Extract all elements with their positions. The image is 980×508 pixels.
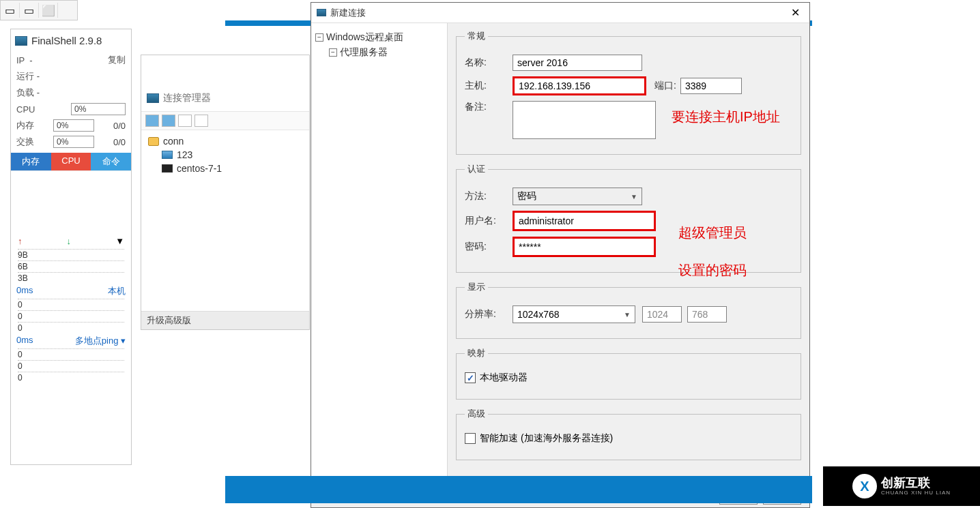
val: 0 — [18, 299, 124, 310]
res-select[interactable]: 1024x768 ▼ — [513, 305, 635, 323]
res-value: 1024x768 — [517, 309, 560, 320]
tree-node-proxy[interactable]: − 代理服务器 — [315, 45, 443, 60]
tab-cpu[interactable]: CPU — [51, 153, 91, 170]
local-drive-checkbox[interactable]: ✓ — [465, 372, 476, 383]
accel-checkbox[interactable] — [465, 433, 476, 444]
method-select[interactable]: 密码 ▼ — [513, 188, 642, 205]
connection-toolbar — [141, 111, 309, 130]
host-label: 主机: — [465, 80, 513, 92]
port-input[interactable] — [680, 78, 742, 94]
folder-icon — [148, 137, 159, 146]
connection-manager-title: 连接管理器 — [163, 92, 211, 104]
new-connection-dialog: 新建连接 ✕ − Windows远程桌面 − 代理服务器 常规 名称: 主 — [311, 2, 810, 508]
ping-multi-ms: 0ms — [16, 335, 33, 347]
host-input[interactable] — [515, 78, 644, 93]
user-label: 用户名: — [465, 215, 513, 227]
collapse-icon[interactable] — [178, 115, 192, 127]
chevron-down-icon: ▼ — [624, 311, 631, 318]
ping-multi-label[interactable]: 多地点ping ▾ — [75, 335, 126, 347]
terminal-icon — [162, 164, 173, 173]
name-input[interactable] — [513, 55, 642, 71]
window-icon-2[interactable]: ▭ — [20, 3, 39, 18]
swap-label: 交换 — [16, 136, 34, 148]
arrow-up-icon: ↑ — [18, 236, 23, 246]
fieldset-advanced: 高级 智能加速 (加速海外服务器连接) — [456, 408, 801, 460]
folder-label: conn — [163, 136, 184, 147]
node-label: Windows远程桌面 — [326, 31, 403, 44]
collapse-icon[interactable]: − — [315, 33, 323, 42]
monitor-icon — [15, 36, 27, 46]
val: 0 — [18, 322, 124, 333]
window-icon[interactable]: ▭ — [1, 3, 20, 18]
new-connection-icon[interactable] — [162, 115, 175, 127]
close-icon[interactable]: ✕ — [787, 6, 804, 19]
width-input — [642, 306, 682, 323]
decorative-footer — [225, 476, 812, 503]
tree-node-rdp[interactable]: − Windows远程桌面 — [315, 30, 443, 45]
brand-logo: X 创新互联 CHUANG XIN HU LIAN — [823, 466, 980, 506]
tab-memory[interactable]: 内存 — [11, 153, 51, 170]
user-input[interactable] — [515, 213, 654, 229]
upgrade-button[interactable]: 升级高级版 — [141, 311, 309, 329]
host-highlight — [513, 76, 646, 95]
legend-auth: 认证 — [465, 163, 488, 175]
ping-local-label[interactable]: 本机 — [108, 285, 126, 297]
tree-item-123[interactable]: 123 — [145, 148, 305, 162]
legend-mapping: 映射 — [465, 347, 488, 359]
val: 0 — [18, 372, 124, 383]
dialog-form: 常规 名称: 主机: 端口: 备注: — [448, 23, 809, 483]
cpu-value: 0% — [71, 103, 126, 115]
note-label: 备注: — [465, 101, 513, 113]
note-input[interactable] — [513, 101, 656, 139]
val: 0 — [18, 348, 124, 360]
expand-icon[interactable] — [194, 115, 208, 127]
legend-general: 常规 — [465, 30, 488, 42]
user-highlight — [513, 211, 656, 231]
val: 0 — [18, 310, 124, 322]
dialog-title: 新建连接 — [330, 7, 366, 19]
pass-highlight — [513, 237, 656, 257]
swap-value: 0% — [53, 136, 94, 148]
node-label: 代理服务器 — [340, 46, 388, 59]
val: 0 — [18, 360, 124, 372]
name-label: 名称: — [465, 57, 513, 69]
system-monitor-panel: FinalShell 2.9.8 IP - 复制 运行 - 负载 - CPU0%… — [10, 29, 132, 465]
fieldset-display: 显示 分辨率: 1024x768 ▼ — [456, 281, 801, 339]
tree-folder-conn[interactable]: conn — [145, 134, 305, 148]
height-input — [687, 306, 727, 323]
chevron-down-icon: ▼ — [631, 193, 637, 200]
new-folder-icon[interactable] — [145, 115, 159, 127]
mem-label: 内存 — [16, 119, 34, 132]
app-title: FinalShell 2.9.8 — [31, 35, 102, 46]
ping-local-vals: 0 0 0 — [11, 299, 131, 333]
window-controls-toolbar: ▭ ▭ ⬜ — [0, 0, 78, 20]
ip-value: - — [29, 55, 32, 65]
local-drive-label: 本地驱动器 — [480, 372, 528, 384]
port-label: 端口: — [654, 80, 676, 92]
connection-manager-panel: 连接管理器 conn 123 centos-7-1 升级高级版 — [141, 55, 310, 330]
ip-label: IP — [16, 55, 25, 65]
ping-multi-vals: 0 0 0 — [11, 348, 131, 383]
tab-command[interactable]: 命令 — [91, 153, 131, 170]
copy-button[interactable]: 复制 — [108, 54, 126, 66]
dropdown-icon[interactable]: ▼ — [115, 236, 124, 246]
run-value: - — [37, 71, 40, 81]
fieldset-auth: 认证 方法: 密码 ▼ 用户名: 密码: — [456, 163, 801, 273]
axis-val: 9B — [18, 249, 124, 260]
tree-item-centos[interactable]: centos-7-1 — [145, 162, 305, 175]
pass-input[interactable] — [515, 239, 654, 255]
method-value: 密码 — [517, 190, 536, 203]
fieldset-mapping: 映射 ✓ 本地驱动器 — [456, 347, 801, 400]
accel-label: 智能加速 (加速海外服务器连接) — [480, 432, 613, 445]
logo-text-en: CHUANG XIN HU LIAN — [881, 490, 951, 496]
check-icon: ✓ — [467, 373, 474, 383]
run-label: 运行 — [16, 71, 34, 81]
fieldset-general: 常规 名称: 主机: 端口: 备注: — [456, 30, 801, 155]
collapse-icon[interactable]: − — [329, 48, 337, 57]
dialog-titlebar: 新建连接 ✕ — [311, 3, 809, 23]
app-title-row: FinalShell 2.9.8 — [11, 29, 131, 52]
maximize-icon[interactable]: ⬜ — [39, 3, 58, 18]
monitor-graph — [11, 170, 131, 233]
logo-icon: X — [852, 474, 877, 498]
load-label: 负载 — [16, 87, 34, 98]
